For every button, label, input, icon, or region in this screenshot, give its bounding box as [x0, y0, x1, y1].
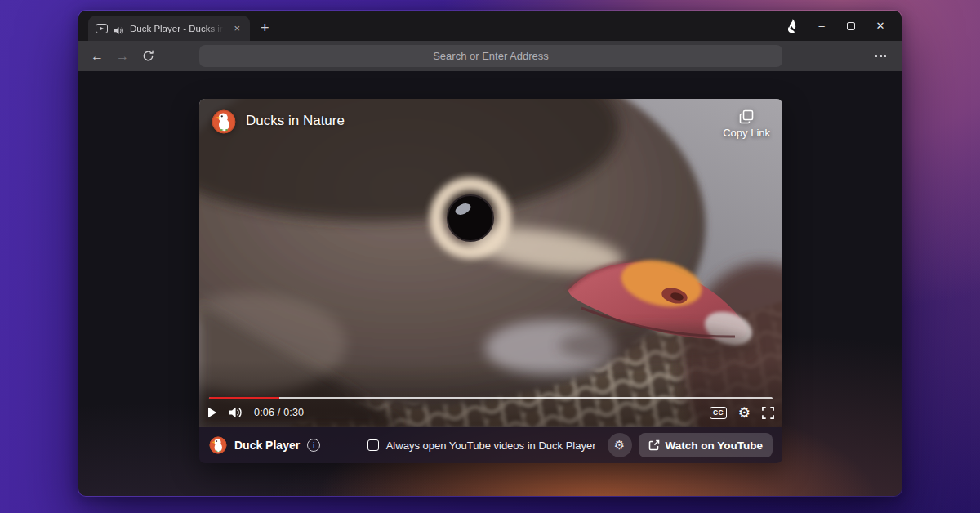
fire-icon [786, 19, 799, 33]
fire-button[interactable] [777, 11, 807, 41]
page-content: Ducks in Nature Copy Link [78, 71, 902, 497]
window-controls: – ✕ [777, 11, 895, 41]
forward-button[interactable]: → [112, 46, 133, 67]
settings-button[interactable]: ⚙ [738, 406, 751, 420]
back-button[interactable]: ← [87, 46, 108, 67]
active-tab[interactable]: Duck Player - Ducks in Nature × [88, 16, 250, 41]
info-button[interactable]: i [307, 439, 320, 452]
play-icon [207, 407, 217, 418]
watch-on-youtube-label: Watch on YouTube [666, 439, 764, 452]
video-surface[interactable]: Ducks in Nature Copy Link [199, 99, 782, 427]
overflow-menu-button[interactable] [870, 41, 891, 71]
video-top-overlay: Ducks in Nature Copy Link [199, 99, 782, 149]
volume-button[interactable] [229, 407, 243, 418]
reload-button[interactable] [137, 46, 158, 67]
watch-on-youtube-button[interactable]: Watch on YouTube [639, 433, 773, 457]
copy-link-button[interactable]: Copy Link [723, 109, 770, 139]
duck-player-bar: Duck Player i Always open YouTube videos… [199, 427, 782, 463]
close-window-button[interactable]: ✕ [866, 11, 895, 41]
gear-icon: ⚙ [614, 439, 625, 452]
fullscreen-button[interactable] [762, 407, 774, 419]
new-tab-button[interactable]: + [261, 20, 270, 36]
maximize-button[interactable] [836, 11, 866, 41]
video-controls: 0:06 / 0:30 CC ⚙ [207, 400, 774, 425]
close-tab-icon[interactable]: × [231, 21, 243, 35]
progress-played [209, 397, 279, 400]
minimize-button[interactable]: – [807, 11, 836, 41]
captions-button[interactable]: CC [710, 407, 726, 419]
cc-icon: CC [710, 407, 726, 419]
video-player-icon [96, 24, 108, 33]
navigation-toolbar: ← → [78, 41, 902, 71]
duckduckgo-logo-small [209, 436, 227, 454]
always-open-checkbox[interactable] [368, 439, 379, 451]
volume-icon [229, 407, 243, 418]
duck-player: Ducks in Nature Copy Link [199, 99, 782, 463]
player-settings-button[interactable]: ⚙ [608, 433, 632, 457]
time-display: 0:06 / 0:30 [254, 407, 304, 418]
always-open-setting[interactable]: Always open YouTube videos in Duck Playe… [368, 439, 596, 452]
reload-icon [142, 50, 154, 62]
video-title: Ducks in Nature [246, 113, 345, 129]
external-link-icon [648, 439, 660, 451]
maximize-icon [847, 22, 855, 30]
play-button[interactable] [207, 407, 217, 418]
browser-window: Duck Player - Ducks in Nature × + – ✕ [78, 10, 902, 497]
duck-player-label: Duck Player [234, 439, 300, 452]
gear-icon: ⚙ [738, 406, 751, 420]
copy-icon [739, 109, 754, 124]
always-open-label: Always open YouTube videos in Duck Playe… [386, 439, 596, 452]
duckduckgo-logo [212, 109, 236, 134]
address-input[interactable] [199, 45, 782, 67]
tab-bar: Duck Player - Ducks in Nature × + – ✕ [78, 11, 902, 41]
info-icon: i [313, 441, 314, 450]
fullscreen-icon [762, 407, 774, 419]
copy-link-label: Copy Link [723, 127, 770, 139]
overflow-menu-icon [875, 55, 877, 57]
desktop-background: Duck Player - Ducks in Nature × + – ✕ [0, 0, 980, 513]
tab-title: Duck Player - Ducks in Nature [130, 24, 225, 33]
address-bar[interactable] [199, 45, 782, 67]
progress-bar[interactable] [209, 397, 773, 400]
audio-playing-icon [114, 24, 124, 33]
